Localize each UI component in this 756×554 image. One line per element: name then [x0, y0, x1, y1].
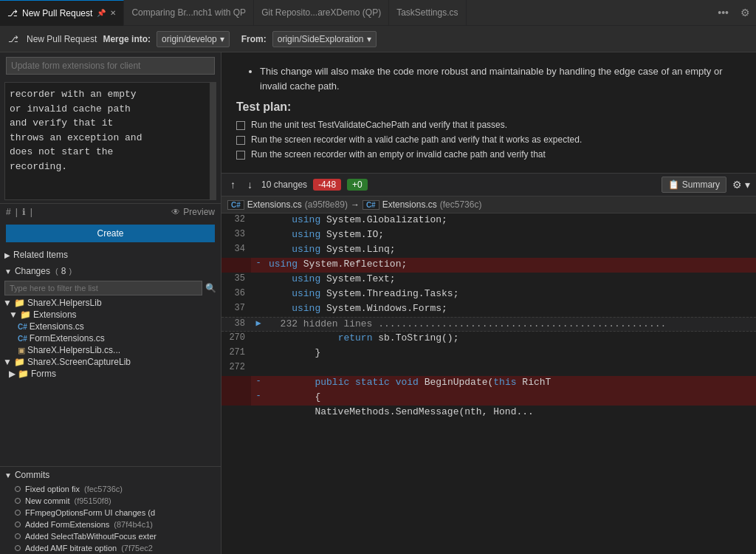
tree-label: ShareX.HelpersLib.cs...	[27, 345, 120, 355]
diff-code: using System.Text;	[266, 273, 756, 287]
commit-item-3[interactable]: FFmpegOptionsForm UI changes (d	[0, 507, 221, 519]
tree-item-sharex-helperslib[interactable]: ▣ ShareX.HelpersLib.cs...	[0, 344, 221, 356]
test-checkbox-3[interactable]	[236, 151, 245, 160]
pr-description-scrollbar[interactable]	[210, 83, 216, 199]
line-num: 35	[221, 273, 251, 287]
diff-line-removed: - {	[221, 391, 756, 406]
tree-item-screencapturelib[interactable]: ▼ 📁 ShareX.ScreenCaptureLib	[0, 356, 221, 368]
diff-settings-button[interactable]: ⚙ ▾	[732, 179, 750, 191]
diff-line: NativeMethods.SendMessage(nth, Hond...	[221, 406, 756, 420]
search-update-form	[0, 52, 221, 79]
from-dropdown[interactable]: origin/SideExploration ▾	[272, 31, 377, 47]
commit-message: Added AMF bitrate option	[25, 544, 117, 553]
diff-code: using System.IO;	[266, 228, 756, 243]
diff-code: public static void BeginUpdate(this Rich…	[266, 376, 756, 391]
diff-expand	[251, 213, 266, 228]
info-icon[interactable]: ℹ	[22, 207, 26, 217]
tree-item-formextensions-cs[interactable]: C# FormExtensions.cs	[0, 332, 221, 344]
filter-search-icon[interactable]: 🔍	[205, 283, 216, 293]
test-item-2-text: Run the screen recorder with a valid cac…	[251, 134, 582, 145]
line-num	[221, 376, 251, 391]
left-panel: recorder with an empty or invalid cache …	[0, 52, 221, 554]
diff-expand: -	[251, 391, 266, 406]
filter-input[interactable]	[4, 281, 202, 295]
tab-git-repo-label: Git Reposito...areXDemo (QP)	[261, 7, 381, 18]
expand-hidden-icon[interactable]: ▶	[251, 318, 266, 331]
changes-section-header[interactable]: ▼ Changes ( 8 )	[0, 263, 221, 279]
update-form-input[interactable]	[6, 57, 215, 75]
tree-item-helperslib[interactable]: ▼ 📁 ShareX.HelpersLib	[0, 297, 221, 309]
more-tabs-button[interactable]: •••	[712, 7, 735, 18]
related-items-chevron: ▶	[4, 251, 10, 259]
diff-line: 271 }	[221, 346, 756, 361]
diff-expand	[251, 273, 266, 287]
diff-code: return sb.ToString();	[266, 332, 756, 346]
to-hash: (fec5736c)	[440, 199, 482, 210]
diff-next-button[interactable]: ↓	[244, 179, 255, 191]
commit-message: New commit	[25, 496, 70, 505]
pr-description-box: recorder with an empty or invalid cache …	[4, 82, 216, 200]
hash-icon[interactable]: #	[6, 207, 11, 217]
pr-toolbar-title: New Pull Request	[27, 34, 97, 44]
summary-button[interactable]: 📋 Summary	[662, 177, 726, 193]
folder-expand-icon: ▶	[9, 369, 16, 379]
line-num: 38	[221, 318, 251, 331]
commit-item-1[interactable]: Fixed option fix (fec5736c)	[0, 483, 221, 495]
divider: |	[16, 207, 18, 217]
git-pr-icon: ⎇	[7, 8, 18, 18]
diff-line: 270 return sb.ToString();	[221, 332, 756, 346]
folder-icon: 📁	[20, 310, 31, 320]
commit-item-4[interactable]: Added FormExtensions (87f4b4c1)	[0, 519, 221, 530]
tree-item-extensions-cs[interactable]: C# Extensions.cs	[0, 321, 221, 332]
code-diff-area[interactable]: 32 using System.Globalization; 33 using …	[221, 213, 756, 554]
commit-message: Added FormExtensions	[25, 520, 109, 529]
commits-section-header[interactable]: ▼ Commits	[0, 467, 221, 483]
tab-new-pr-close[interactable]: ✕	[110, 9, 116, 17]
preview-button[interactable]: 👁 Preview	[171, 207, 215, 217]
settings-icon[interactable]: ⚙	[735, 7, 756, 18]
tab-comparing-label: Comparing Br...nch1 with QP	[131, 7, 246, 18]
related-items-section[interactable]: ▶ Related Items	[0, 247, 221, 263]
pr-toolbar: ⎇ New Pull Request Merge into: origin/de…	[0, 26, 756, 52]
diff-code: using System.Linq;	[266, 243, 756, 258]
commit-item-2[interactable]: New commit (f95150f8)	[0, 495, 221, 507]
line-num: 33	[221, 228, 251, 243]
tab-comparing[interactable]: Comparing Br...nch1 with QP	[124, 0, 254, 26]
diff-hidden-lines[interactable]: 38 ▶ 232 hidden lines ..................…	[221, 317, 756, 332]
commit-message: Added SelectTabWithoutFocus exter	[25, 532, 157, 541]
merge-into-label: Merge into:	[103, 34, 151, 44]
commits-section: ▼ Commits Fixed option fix (fec5736c) Ne…	[0, 466, 221, 554]
tab-task-settings[interactable]: TaskSettings.cs	[389, 0, 466, 26]
diff-code: 232 hidden lines .......................…	[266, 318, 756, 331]
commit-item-6[interactable]: Added AMF bitrate option (7f75ec2	[0, 542, 221, 554]
diff-code: using System.Windows.Forms;	[266, 302, 756, 317]
commit-item-5[interactable]: Added SelectTabWithoutFocus exter	[0, 530, 221, 542]
main-layout: recorder with an empty or invalid cache …	[0, 52, 756, 554]
tab-git-repo[interactable]: Git Reposito...areXDemo (QP)	[254, 0, 389, 26]
diff-expand: -	[251, 376, 266, 391]
create-button[interactable]: Create	[6, 225, 215, 242]
diff-toolbar: ↑ ↓ 10 changes -448 +0 📋 Summary ⚙ ▾	[221, 174, 756, 196]
test-checkbox-1[interactable]	[236, 121, 245, 130]
folder-expand-icon: ▼	[9, 310, 18, 320]
diff-prev-button[interactable]: ↑	[227, 179, 238, 191]
summary-label: Summary	[682, 179, 720, 190]
pr-content-area: This change will also make the code more…	[221, 52, 756, 174]
diff-line: 34 using System.Linq;	[221, 243, 756, 258]
from-chevron: ▾	[367, 34, 371, 44]
changes-count-label: 10 changes	[261, 179, 307, 190]
diff-line-removed: - public static void BeginUpdate(this Ri…	[221, 376, 756, 391]
line-num: 271	[221, 346, 251, 361]
tree-item-forms-folder[interactable]: ▶ 📁 Forms	[0, 368, 221, 380]
diff-expand	[251, 361, 266, 376]
folder-expand-icon: ▼	[3, 357, 12, 367]
tree-item-extensions-folder[interactable]: ▼ 📁 Extensions	[0, 309, 221, 321]
tab-new-pr[interactable]: ⎇ New Pull Request 📌 ✕	[0, 0, 124, 26]
test-checkbox-2[interactable]	[236, 136, 245, 145]
diff-expand	[251, 346, 266, 361]
changes-count-badge: (	[53, 267, 58, 276]
merge-into-dropdown[interactable]: origin/develop ▾	[157, 31, 230, 47]
commit-message: FFmpegOptionsForm UI changes (d	[25, 508, 155, 517]
from-hash: (a95f8e89)	[305, 199, 348, 210]
to-cs-badge: C#	[362, 200, 379, 210]
